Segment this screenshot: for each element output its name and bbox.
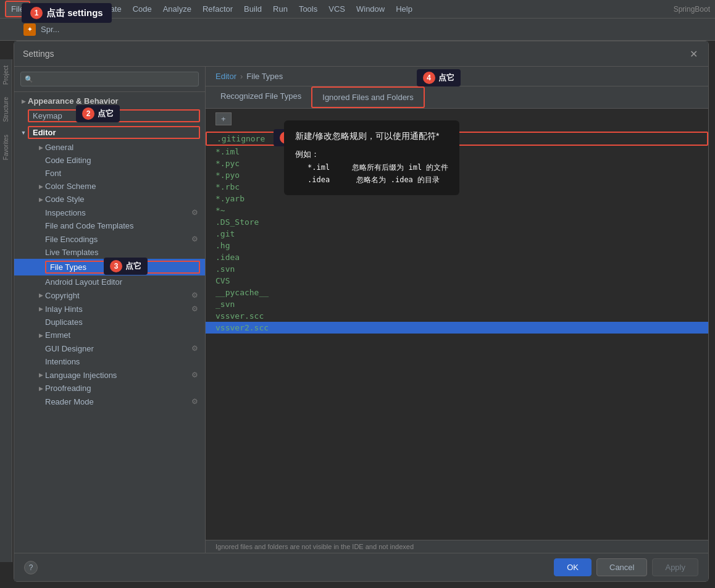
gear-icon-gui-designer: ⚙	[190, 343, 200, 353]
app-logo: ✦	[23, 23, 36, 36]
status-text: Ignored files and folders are not visibl…	[215, 543, 414, 550]
sidebar-item-duplicates[interactable]: Duplicates	[14, 316, 205, 329]
badge-1: 1	[30, 7, 43, 19]
tooltip-text-1: 点击 settings	[46, 7, 103, 19]
ignored-tab-tooltip: 4 点它	[417, 69, 461, 86]
label-lang-injections: Language Injections	[45, 371, 190, 380]
sidebar-item-live-templates[interactable]: Live Templates	[14, 246, 205, 259]
arrow-color-scheme: ▶	[36, 182, 45, 191]
gear-icon-inlay-hints: ⚙	[190, 304, 200, 314]
menu-vcs[interactable]: VCS	[324, 2, 350, 16]
label-copyright: Copyright	[45, 291, 190, 300]
sidebar-item-keymap[interactable]: Keymap 2 点它	[14, 107, 205, 124]
menu-help[interactable]: Help	[391, 2, 417, 16]
tab-ignored[interactable]: Ignored Files and Folders 4 点它	[311, 86, 424, 108]
sidebar-item-font[interactable]: Font	[14, 167, 205, 180]
menu-refactor[interactable]: Refactor	[198, 2, 238, 16]
sidebar-item-file-encodings[interactable]: File Encodings ⚙	[14, 232, 205, 246]
label-emmet: Emmet	[45, 330, 200, 340]
file-item-pycache[interactable]: __pycache__	[206, 287, 708, 298]
menu-run[interactable]: Run	[268, 2, 293, 16]
sidebar-item-lang-injections[interactable]: ▶ Language Injections ⚙	[14, 368, 205, 382]
file-item-git[interactable]: .git	[206, 228, 708, 240]
arrow-android	[36, 278, 45, 287]
menu-analyze[interactable]: Analyze	[158, 2, 196, 16]
arrow-gui-designer	[36, 344, 45, 353]
file-item-tilde[interactable]: *~	[206, 204, 708, 216]
label-code-editing: Code Editing	[45, 156, 200, 165]
sidebar-item-inlay-hints[interactable]: ▶ Inlay Hints ⚙	[14, 302, 205, 316]
menu-tools[interactable]: Tools	[294, 2, 322, 16]
sidebar-item-file-code-templates[interactable]: File and Code Templates	[14, 219, 205, 232]
app-name-menu: SpringBoot	[674, 5, 710, 14]
arrow-copyright: ▶	[36, 291, 45, 300]
breadcrumb-sep: ›	[240, 72, 243, 81]
help-button[interactable]: ?	[24, 561, 38, 574]
sidebar-item-inspections[interactable]: Inspections ⚙	[14, 206, 205, 219]
cancel-button[interactable]: Cancel	[596, 558, 647, 576]
arrow-code-editing	[36, 156, 45, 165]
file-item-svn[interactable]: .svn	[206, 263, 708, 275]
sidebar-item-gui-designer[interactable]: GUI Designer ⚙	[14, 342, 205, 355]
sidebar-item-color-scheme[interactable]: ▶ Color Scheme	[14, 180, 205, 193]
ok-button[interactable]: OK	[554, 558, 592, 576]
tab-recognized[interactable]: Recognized File Types	[211, 86, 311, 108]
arrow-keymap	[19, 112, 28, 120]
gear-icon-reader-mode: ⚙	[190, 397, 200, 406]
menu-window[interactable]: Window	[351, 2, 390, 16]
dialog-footer: ? OK Cancel Apply	[14, 553, 708, 581]
arrow-inspections	[36, 208, 45, 217]
arrow-font	[36, 169, 45, 178]
arrow-appearance: ▶	[19, 97, 28, 106]
file-item-svn-under[interactable]: _svn	[206, 298, 708, 310]
label-proofreading: Proofreading	[45, 384, 200, 393]
menu-code[interactable]: Code	[128, 2, 157, 16]
example2-pattern: .idea	[307, 175, 330, 184]
sidebar-item-android-layout[interactable]: Android Layout Editor	[14, 275, 205, 288]
label-gui-designer: GUI Designer	[45, 344, 190, 353]
apply-button[interactable]: Apply	[652, 558, 698, 576]
file-item-idea[interactable]: .idea	[206, 251, 708, 263]
label-code-style: Code Style	[45, 195, 200, 204]
file-item-vssver2[interactable]: vssver2.scc	[206, 322, 708, 334]
file-item-cvs[interactable]: CVS	[206, 275, 708, 287]
status-bar: Ignored files and folders are not visibl…	[206, 540, 708, 553]
breadcrumb-editor[interactable]: Editor	[215, 72, 236, 81]
sidebar-item-general[interactable]: ▶ General	[14, 141, 205, 154]
example1-pattern: *.iml	[307, 163, 330, 172]
sidebar-item-code-editing[interactable]: Code Editing	[14, 154, 205, 167]
label-duplicates: Duplicates	[45, 317, 200, 327]
sidebar-item-code-style[interactable]: ▶ Code Style	[14, 193, 205, 206]
favorites-panel-label[interactable]: Favorites	[1, 128, 11, 166]
menu-build[interactable]: Build	[239, 2, 267, 16]
tooltip-example-2: .idea 忽略名为 .idea 的目录	[307, 174, 448, 186]
sidebar-item-copyright[interactable]: ▶ Copyright ⚙	[14, 288, 205, 302]
sidebar-item-reader-mode[interactable]: Reader Mode ⚙	[14, 395, 205, 408]
file-item-hg[interactable]: .hg	[206, 240, 708, 251]
arrow-file-encodings	[36, 235, 45, 243]
settings-sidebar: 🔍 ▶ Appearance & Behavior Keymap 2	[14, 67, 206, 553]
arrow-file-code-templates	[36, 222, 45, 230]
label-live-templates: Live Templates	[45, 248, 200, 257]
arrow-general: ▶	[36, 143, 45, 152]
label-file-code-templates: File and Code Templates	[45, 221, 200, 230]
menu-tooltip: 1 点击 settings	[22, 3, 112, 23]
file-item-ds-store[interactable]: .DS_Store	[206, 216, 708, 228]
sidebar-item-file-types[interactable]: File Types 3 点它	[14, 259, 205, 275]
add-entry-button[interactable]: +	[215, 112, 232, 125]
sidebar-item-editor[interactable]: ▼ Editor	[14, 124, 205, 141]
structure-panel-label[interactable]: Structure	[1, 91, 11, 128]
sidebar-item-intentions[interactable]: Intentions	[14, 355, 205, 368]
file-item-vssver[interactable]: vssver.scc	[206, 310, 708, 322]
sidebar-item-proofreading[interactable]: ▶ Proofreading	[14, 382, 205, 395]
sidebar-item-emmet[interactable]: ▶ Emmet	[14, 329, 205, 342]
close-button[interactable]: ✕	[687, 48, 700, 60]
example1-desc: 忽略所有后缀为 iml 的文件	[352, 163, 448, 172]
project-panel-label[interactable]: Project	[1, 59, 11, 91]
arrow-intentions	[36, 358, 45, 366]
label-editor: Editor	[28, 126, 200, 139]
label-font: Font	[45, 169, 200, 178]
app-title: Spr...	[41, 25, 59, 34]
label-file-encodings: File Encodings	[45, 235, 190, 244]
search-input[interactable]	[20, 72, 199, 86]
